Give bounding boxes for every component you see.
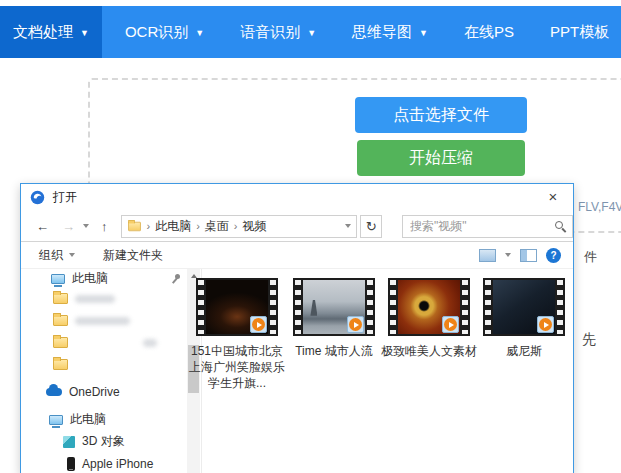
sidebar-item-apple-iphone[interactable]: Apple iPhone bbox=[65, 455, 153, 472]
sidebar-item-folder[interactable] bbox=[53, 334, 157, 351]
file-list: 151中国城市北京上海广州笑脸娱乐学生升旗... Time 城市人流 极致唯美人… bbox=[202, 269, 573, 473]
redacted-folder-label bbox=[143, 339, 157, 347]
new-folder-button[interactable]: 新建文件夹 bbox=[103, 247, 163, 264]
sidebar-item-this-pc-pinned[interactable]: 此电脑 bbox=[51, 270, 181, 287]
nav-item-label: 文档处理 bbox=[13, 23, 73, 42]
command-bar: 组织 新建文件夹 ? bbox=[21, 241, 573, 269]
app-icon bbox=[30, 190, 45, 205]
sidebar-item-this-pc[interactable]: 此电脑 bbox=[49, 411, 106, 428]
address-dropdown-icon[interactable] bbox=[345, 224, 351, 228]
folder-icon bbox=[53, 315, 68, 326]
dialog-titlebar[interactable]: 打开 × bbox=[21, 184, 573, 211]
supported-formats-fragment: FLV,F4V, bbox=[578, 200, 621, 214]
back-button[interactable]: ← bbox=[36, 219, 49, 234]
pin-icon bbox=[171, 274, 181, 284]
compress-button[interactable]: 开始压缩 bbox=[357, 140, 525, 176]
computer-icon bbox=[49, 415, 63, 425]
search-input[interactable] bbox=[403, 216, 572, 237]
nav-item-ocr[interactable]: OCR识别 ▼ bbox=[112, 6, 217, 58]
file-item[interactable]: Time 城市人流 bbox=[286, 278, 382, 359]
dialog-title: 打开 bbox=[53, 189, 77, 206]
sidebar-item-folder[interactable] bbox=[53, 356, 68, 373]
file-item[interactable]: 威尼斯 bbox=[476, 278, 572, 359]
folder-icon bbox=[128, 221, 141, 230]
video-thumbnail bbox=[388, 278, 470, 336]
nav-item-speech-recognition[interactable]: 语音识别 ▼ bbox=[227, 6, 329, 58]
video-thumbnail bbox=[293, 278, 375, 336]
help-icon[interactable]: ? bbox=[546, 248, 561, 263]
sidebar-item-label: 3D 对象 bbox=[82, 433, 125, 450]
navigation-pane: 此电脑 bbox=[21, 269, 201, 473]
video-thumbnail bbox=[483, 278, 565, 336]
nav-item-label: 在线PS bbox=[464, 23, 514, 42]
sidebar-item-onedrive[interactable]: OneDrive bbox=[46, 383, 120, 400]
top-navigation: 文档处理 ▼ OCR识别 ▼ 语音识别 ▼ 思维导图 ▼ 在线PS PPT模板 … bbox=[0, 6, 621, 58]
file-item[interactable]: 极致唯美人文素材 bbox=[381, 278, 477, 359]
file-name: Time 城市人流 bbox=[286, 343, 382, 359]
select-file-button[interactable]: 点击选择文件 bbox=[355, 97, 527, 133]
sidebar-item-3d-objects[interactable]: 3D 对象 bbox=[63, 433, 125, 450]
up-button[interactable]: ↑ bbox=[101, 219, 108, 234]
page-text-fragment: 件 bbox=[584, 248, 597, 266]
nav-item-label: 语音识别 bbox=[240, 23, 300, 42]
redacted-folder-label bbox=[75, 295, 115, 303]
sidebar-item-label: 此电脑 bbox=[72, 270, 108, 287]
cube-icon bbox=[63, 436, 75, 448]
computer-icon bbox=[51, 274, 65, 284]
nav-item-mind-map[interactable]: 思维导图 ▼ bbox=[339, 6, 441, 58]
breadcrumb-this-pc[interactable]: 此电脑 bbox=[155, 218, 191, 235]
search-icon bbox=[555, 221, 563, 229]
cloud-icon bbox=[46, 388, 62, 396]
play-icon bbox=[250, 316, 267, 333]
redacted-folder-label bbox=[75, 317, 130, 325]
sidebar-item-folder[interactable] bbox=[53, 290, 115, 307]
breadcrumb-videos[interactable]: 视频 bbox=[243, 218, 267, 235]
chevron-down-icon: ▼ bbox=[419, 28, 428, 38]
forward-button[interactable]: → bbox=[62, 219, 75, 234]
refresh-button[interactable]: ↻ bbox=[360, 215, 382, 238]
breadcrumb-chevron-icon: › bbox=[196, 220, 200, 232]
file-item[interactable]: 151中国城市北京上海广州笑脸娱乐学生升旗... bbox=[189, 278, 285, 391]
history-dropdown-icon[interactable] bbox=[83, 224, 89, 228]
dialog-body: 此电脑 bbox=[21, 269, 573, 473]
organize-menu[interactable]: 组织 bbox=[39, 247, 75, 264]
nav-item-document-processing[interactable]: 文档处理 ▼ bbox=[0, 6, 102, 58]
organize-label: 组织 bbox=[39, 247, 63, 264]
folder-icon bbox=[53, 337, 68, 348]
address-box[interactable]: › 此电脑 › 桌面 › 视频 bbox=[121, 215, 358, 238]
breadcrumb-chevron-icon: › bbox=[147, 220, 151, 232]
sidebar-item-label: OneDrive bbox=[69, 385, 120, 399]
view-options-dropdown-icon[interactable] bbox=[505, 253, 511, 257]
preview-pane-icon[interactable] bbox=[520, 249, 537, 262]
folder-icon bbox=[53, 359, 68, 370]
breadcrumb-chevron-icon: › bbox=[234, 220, 238, 232]
close-button[interactable]: × bbox=[535, 184, 571, 210]
open-file-dialog: 打开 × ← → ↑ › 此电脑 › 桌面 › 视频 ↻ bbox=[20, 183, 574, 473]
play-icon bbox=[442, 316, 459, 333]
play-icon bbox=[347, 316, 364, 333]
address-bar: ← → ↑ › 此电脑 › 桌面 › 视频 ↻ bbox=[21, 211, 573, 241]
nav-item-online-ps[interactable]: 在线PS bbox=[451, 6, 527, 58]
chevron-down-icon bbox=[69, 253, 75, 257]
nav-item-label: PPT模板 bbox=[550, 23, 609, 42]
sidebar-item-label: 此电脑 bbox=[70, 411, 106, 428]
nav-item-label: 思维导图 bbox=[352, 23, 412, 42]
page-text-fragment: 先 bbox=[582, 331, 596, 349]
search-box bbox=[402, 215, 573, 238]
play-icon bbox=[537, 316, 554, 333]
phone-icon bbox=[67, 457, 75, 471]
breadcrumb-desktop[interactable]: 桌面 bbox=[205, 218, 229, 235]
view-options-icon[interactable] bbox=[479, 249, 496, 262]
file-name: 151中国城市北京上海广州笑脸娱乐学生升旗... bbox=[189, 343, 285, 391]
app-root: 文档处理 ▼ OCR识别 ▼ 语音识别 ▼ 思维导图 ▼ 在线PS PPT模板 … bbox=[0, 0, 621, 473]
nav-item-ppt-templates[interactable]: PPT模板 bbox=[537, 6, 621, 58]
view-controls: ? bbox=[479, 248, 561, 263]
chevron-down-icon: ▼ bbox=[307, 28, 316, 38]
file-name: 威尼斯 bbox=[476, 343, 572, 359]
sidebar-item-label: Apple iPhone bbox=[82, 457, 153, 471]
sidebar-item-folder[interactable] bbox=[53, 312, 130, 329]
chevron-down-icon: ▼ bbox=[80, 28, 89, 38]
chevron-down-icon: ▼ bbox=[195, 28, 204, 38]
file-name: 极致唯美人文素材 bbox=[381, 343, 477, 359]
video-thumbnail bbox=[196, 278, 278, 336]
